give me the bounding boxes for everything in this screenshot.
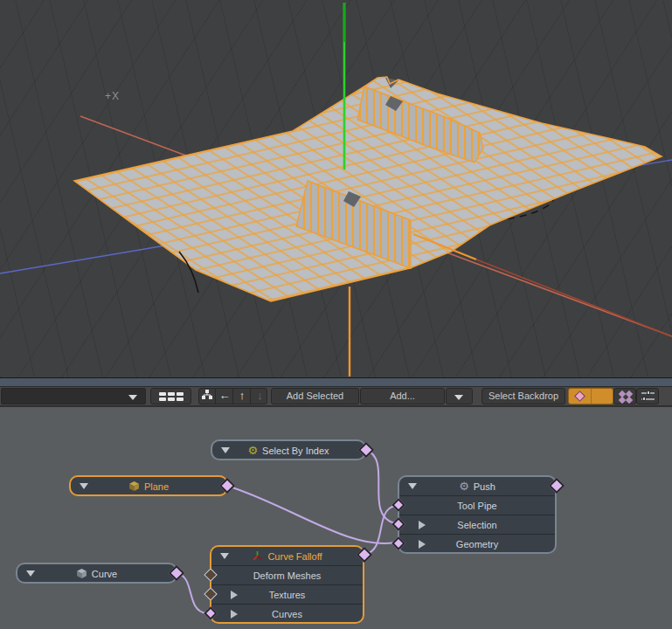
add-button[interactable]: Add... (360, 388, 445, 404)
plane-mesh[interactable] (74, 77, 662, 301)
wire-curve-falloff-to-push-tool-pipe[interactable] (364, 506, 395, 555)
node-curve[interactable]: Curve (16, 563, 177, 584)
back-button[interactable]: ← (217, 389, 233, 404)
add-dropdown-button[interactable] (446, 388, 473, 404)
navigation-button-group: ← ↑ ↓ (198, 388, 267, 404)
add-label: Add... (390, 391, 415, 401)
down-button-disabled[interactable]: ↓ (252, 389, 267, 404)
collapse-triangle-icon[interactable] (80, 483, 88, 489)
wire-curve-to-curve-falloff-curves[interactable] (177, 573, 206, 613)
mesh-cube-icon (76, 568, 87, 579)
node-title: Select By Index (262, 446, 329, 456)
curve-falloff-row-textures[interactable]: Textures (211, 584, 363, 604)
chevron-down-icon (128, 395, 137, 400)
expand-triangle-icon[interactable] (231, 610, 238, 619)
hierarchy-view-button[interactable] (199, 389, 216, 404)
collapse-triangle-icon[interactable] (221, 447, 230, 453)
push-row-selection[interactable]: Selection (399, 515, 555, 534)
node-select-by-index[interactable]: ⚙ Select By Index (211, 439, 366, 460)
gear-icon: ⚙ (247, 446, 258, 455)
collapse-triangle-icon[interactable] (26, 570, 35, 577)
node-curve-falloff[interactable]: Curve Falloff Deform Meshes Textures Cur… (210, 545, 364, 624)
gear-icon: ⚙ (459, 481, 469, 491)
hierarchy-icon (201, 389, 213, 400)
wire-select-by-index-to-push-selection[interactable] (366, 450, 395, 523)
pink-diamond-toggle[interactable] (569, 389, 591, 404)
arrow-left-icon: ← (219, 389, 231, 402)
collapse-triangle-icon[interactable] (408, 483, 417, 489)
ellipse-toggle[interactable] (592, 389, 613, 404)
falloff-axis-icon (252, 550, 263, 562)
expand-triangle-icon[interactable] (231, 591, 238, 599)
push-row-geometry[interactable]: Geometry (399, 534, 555, 553)
layout-grid-button[interactable] (150, 388, 191, 404)
row-label: Curves (272, 609, 302, 619)
show-connectors-button[interactable] (613, 388, 636, 404)
pane-divider[interactable] (0, 377, 672, 387)
collapse-triangle-icon[interactable] (220, 553, 229, 559)
node-title: Plane (144, 481, 169, 492)
node-title: Curve Falloff (267, 551, 322, 562)
select-backdrop-label: Select Backdrop (488, 391, 558, 401)
schematic-view[interactable]: ⚙ Select By Index Plane ⚙ Push (0, 406, 672, 629)
row-label: Selection (457, 520, 496, 530)
grid-cells-icon (159, 392, 184, 401)
push-row-tool-pipe[interactable]: Tool Pipe (399, 495, 555, 515)
expand-triangle-icon[interactable] (419, 521, 426, 529)
node-push[interactable]: ⚙ Push Tool Pipe Selection Geometry (398, 475, 557, 554)
x-axis-far-segment (476, 259, 672, 336)
add-selected-label: Add Selected (287, 391, 343, 401)
up-button[interactable]: ↑ (234, 389, 251, 404)
arrow-down-icon: ↓ (257, 389, 263, 402)
curve-falloff-row-curves[interactable]: Curves (211, 604, 363, 623)
node-title: Push (474, 481, 495, 492)
row-label: Textures (269, 590, 306, 600)
link-style-button[interactable] (636, 388, 659, 404)
row-label: Geometry (456, 539, 498, 550)
pink-diamond-icon (574, 391, 585, 402)
add-selected-button[interactable]: Add Selected (271, 388, 359, 404)
wire-plane-to-push-geometry[interactable] (227, 486, 395, 543)
node-plane[interactable]: Plane (69, 475, 228, 496)
schematic-toolbar: ← ↑ ↓ Add Selected Add... Select Backdro… (0, 387, 672, 406)
row-label: Deform Meshes (253, 570, 322, 581)
chevron-down-icon (454, 395, 463, 400)
mesh-cube-icon (128, 480, 140, 492)
arrow-up-icon: ↑ (239, 389, 246, 402)
3d-viewport[interactable]: +X (0, 0, 672, 377)
row-label: Tool Pipe (457, 501, 496, 511)
node-title: Curve (92, 569, 117, 579)
curve-falloff-row-deform-meshes[interactable]: Deform Meshes (211, 565, 363, 584)
connector-style-toggle-group (568, 388, 613, 404)
application-window: +X ← ↑ ↓ (0, 0, 672, 629)
axis-label: +X (105, 90, 120, 102)
workspace-dropdown[interactable] (1, 388, 146, 404)
expand-triangle-icon[interactable] (419, 540, 426, 549)
select-backdrop-button[interactable]: Select Backdrop (481, 388, 565, 404)
viewport-scene (0, 0, 672, 377)
